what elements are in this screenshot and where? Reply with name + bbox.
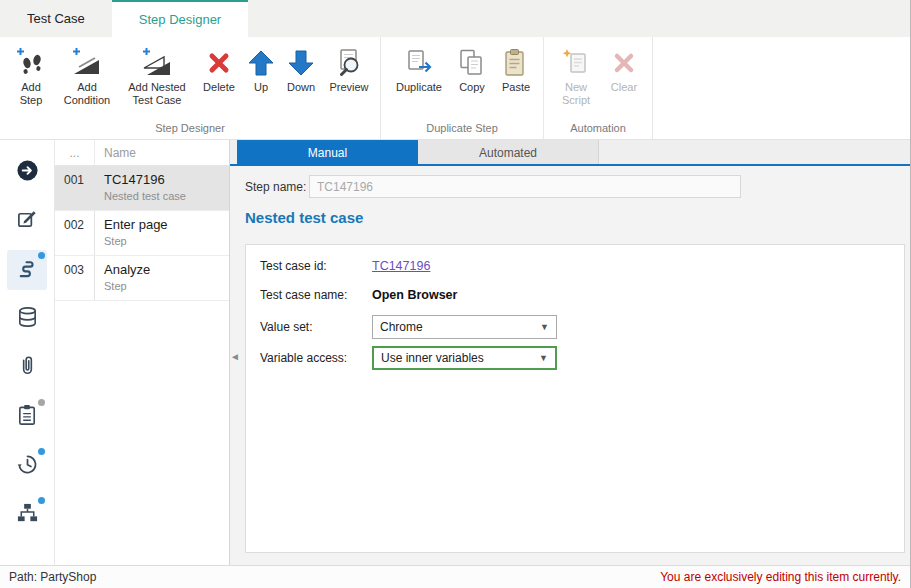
duplicate-button[interactable]: Duplicate <box>389 42 449 96</box>
condition-ramp-add-icon <box>72 45 102 80</box>
preview-magnifier-icon <box>334 45 364 80</box>
ribbon-group-automation: New Script Clear Automation <box>544 37 653 139</box>
ribbon-group-label-automation: Automation <box>544 120 652 139</box>
notification-dot <box>38 497 45 504</box>
move-up-button[interactable]: Up <box>244 42 278 96</box>
notification-dot <box>38 252 45 259</box>
steps-list-panel: ... Name 001 TC147196 Nested test case 0… <box>55 140 230 565</box>
copy-button[interactable]: Copy <box>451 42 493 96</box>
new-script-label: New Script <box>555 81 597 107</box>
status-bar: Path: PartyShop You are exclusively edit… <box>0 565 910 588</box>
sidebar-item-data[interactable] <box>7 299 47 339</box>
attachment-icon <box>16 355 39 381</box>
delete-button[interactable]: Delete <box>196 42 242 96</box>
arrow-up-icon <box>246 45 276 80</box>
preview-label: Preview <box>329 81 368 94</box>
sidebar-item-edit[interactable] <box>7 201 47 241</box>
edit-icon <box>16 208 39 234</box>
test-case-id-link[interactable]: TC147196 <box>372 259 430 273</box>
step-row-2[interactable]: 002 Enter page Step <box>55 211 229 256</box>
add-condition-button[interactable]: Add Condition <box>56 42 118 109</box>
step-number: 003 <box>55 256 95 300</box>
preview-button[interactable]: Preview <box>324 42 374 96</box>
copy-documents-icon <box>457 45 487 80</box>
sidebar-item-attachments[interactable] <box>7 348 47 388</box>
step-detail-panel: ◄ Manual Automated Step name: Nested tes… <box>230 140 910 565</box>
variable-access-label: Variable access: <box>260 351 372 365</box>
delete-x-icon <box>204 45 234 80</box>
step-number: 002 <box>55 211 95 255</box>
step-title: Enter page <box>104 217 168 232</box>
left-navigation-rail <box>0 140 55 565</box>
new-script-button[interactable]: New Script <box>552 42 600 109</box>
notification-dot <box>38 399 45 406</box>
new-script-icon <box>561 45 591 80</box>
move-down-button[interactable]: Down <box>280 42 322 96</box>
sidebar-item-navigate[interactable] <box>7 152 47 192</box>
clear-button[interactable]: Clear <box>602 42 646 96</box>
ribbon-toolbar: Add Step Add Condition <box>0 37 910 140</box>
step-name-label: Step name: <box>245 180 309 194</box>
chevron-down-icon: ▼ <box>540 322 549 332</box>
ribbon-group-label-duplicate-step: Duplicate Step <box>381 120 543 139</box>
test-case-name-label: Test case name: <box>260 288 372 302</box>
nested-test-case-fields: Test case id: TC147196 Test case name: O… <box>245 244 905 553</box>
add-step-label: Add Step <box>11 81 51 107</box>
column-header-options: ... <box>55 140 95 165</box>
steps-icon <box>16 257 39 283</box>
sidebar-item-hierarchy[interactable] <box>7 495 47 535</box>
sidebar-item-checklist[interactable] <box>7 397 47 437</box>
column-header-name: Name <box>95 146 136 160</box>
status-path: Path: PartyShop <box>9 570 96 584</box>
ribbon-group-duplicate-step: Duplicate Copy <box>381 37 544 139</box>
variable-access-selected: Use inner variables <box>381 351 484 365</box>
collapse-arrow-icon[interactable]: ◄ <box>230 352 240 362</box>
arrow-down-icon <box>286 45 316 80</box>
step-title: TC147196 <box>104 172 186 187</box>
checklist-icon <box>16 404 39 430</box>
paste-button[interactable]: Paste <box>495 42 537 96</box>
sidebar-item-steps[interactable] <box>7 250 47 290</box>
footsteps-add-icon <box>16 45 46 80</box>
value-set-label: Value set: <box>260 320 372 334</box>
move-up-label: Up <box>254 81 268 94</box>
paste-label: Paste <box>502 81 530 94</box>
test-case-id-label: Test case id: <box>260 259 372 273</box>
value-set-dropdown[interactable]: Chrome ▼ <box>372 315 557 339</box>
workspace: ... Name 001 TC147196 Nested test case 0… <box>0 140 910 565</box>
tab-step-designer[interactable]: Step Designer <box>112 0 248 37</box>
add-nested-test-case-button[interactable]: Add Nested Test Case <box>120 42 194 109</box>
status-edit-message: You are exclusively editing this item cu… <box>660 570 901 584</box>
step-title: Analyze <box>104 262 150 277</box>
nested-test-case-add-icon <box>142 45 172 80</box>
manual-automated-tab-bar: Manual Automated <box>230 140 910 166</box>
tab-test-case[interactable]: Test Case <box>0 0 112 37</box>
value-set-selected: Chrome <box>380 320 423 334</box>
clear-x-icon <box>609 45 639 80</box>
step-name-row: Step name: <box>230 166 910 205</box>
step-subtitle: Step <box>104 235 168 247</box>
tab-manual[interactable]: Manual <box>237 140 418 164</box>
duplicate-document-icon <box>404 45 434 80</box>
ribbon-group-label-step-designer: Step Designer <box>0 120 380 139</box>
add-condition-label: Add Condition <box>59 81 115 107</box>
move-down-label: Down <box>287 81 315 94</box>
chevron-down-icon: ▼ <box>539 353 548 363</box>
test-case-name-value: Open Browser <box>372 288 457 302</box>
step-row-3[interactable]: 003 Analyze Step <box>55 256 229 301</box>
duplicate-label: Duplicate <box>396 81 442 94</box>
step-row-1[interactable]: 001 TC147196 Nested test case <box>55 166 229 211</box>
variable-access-dropdown[interactable]: Use inner variables ▼ <box>372 346 557 370</box>
paste-clipboard-icon <box>501 45 531 80</box>
add-step-button[interactable]: Add Step <box>8 42 54 109</box>
clear-label: Clear <box>611 81 637 94</box>
sidebar-item-history[interactable] <box>7 446 47 486</box>
section-title: Nested test case <box>245 209 895 226</box>
hierarchy-icon <box>16 502 39 528</box>
app-window: Test Case Step Designer <box>0 0 911 588</box>
step-subtitle: Nested test case <box>104 190 186 202</box>
tab-automated[interactable]: Automated <box>418 140 599 164</box>
step-name-input[interactable] <box>309 175 741 198</box>
copy-label: Copy <box>459 81 485 94</box>
step-number: 001 <box>55 166 95 210</box>
